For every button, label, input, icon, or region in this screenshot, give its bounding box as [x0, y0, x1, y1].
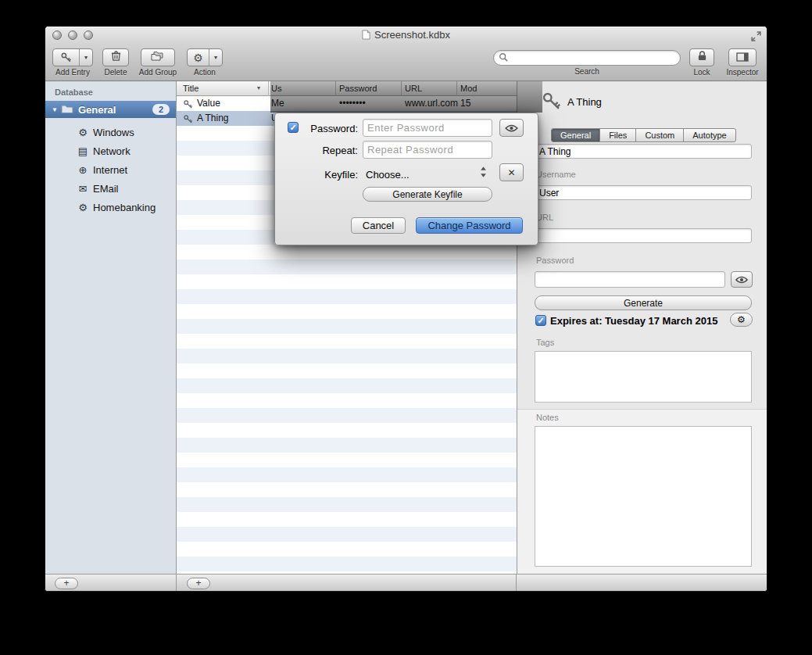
fullscreen-icon[interactable]	[751, 30, 761, 41]
key-icon	[541, 91, 562, 115]
keyfile-label: Keyfile:	[299, 169, 358, 181]
action-dropdown[interactable]: ▾	[209, 49, 222, 66]
tab-autotype[interactable]: Autotype	[683, 129, 735, 141]
sidebar-item-label: Homebanking	[93, 202, 156, 213]
gear-icon: ⚙	[737, 314, 746, 325]
password-label: Password	[536, 256, 574, 265]
delete-label: Delete	[105, 68, 127, 77]
column-header-title[interactable]: Title	[183, 84, 199, 93]
sidebar-item-email[interactable]: ✉ EMail	[45, 179, 176, 198]
show-password-button[interactable]	[731, 271, 753, 288]
tab-files[interactable]: Files	[599, 129, 635, 141]
app-window: Screenshot.kdbx ▾ Add Entry	[45, 26, 767, 592]
delete-button[interactable]	[102, 48, 129, 66]
tags-label: Tags	[536, 338, 554, 347]
expires-label: Expires at: Tuesday 17 March 2015	[550, 315, 717, 327]
notes-label: Notes	[536, 413, 559, 422]
password-checkbox[interactable]: ✓	[288, 122, 299, 133]
cancel-button[interactable]: Cancel	[351, 217, 406, 234]
gear-icon: ⚙	[77, 127, 89, 138]
add-group-footer-button[interactable]: +	[55, 578, 78, 589]
delete-group: Delete	[100, 48, 131, 77]
add-entry-group: ▾ Add Entry	[50, 48, 95, 77]
url-label: URL	[536, 213, 553, 222]
search-field[interactable]	[493, 50, 681, 66]
cell-title: A Thing	[197, 113, 228, 123]
tab-general[interactable]: General	[552, 129, 599, 141]
lock-button[interactable]	[689, 48, 714, 66]
sidebar-section-header: Database	[55, 88, 93, 97]
action-label: Action	[194, 68, 216, 77]
gear-icon: ⚙	[188, 49, 209, 66]
clear-keyfile-button[interactable]: ✕	[499, 163, 524, 181]
sidebar-item-label: Internet	[93, 164, 127, 176]
search-input[interactable]	[511, 52, 675, 63]
add-group-button[interactable]	[141, 48, 175, 66]
repeat-input[interactable]	[363, 141, 492, 159]
screen: Screenshot.kdbx ▾ Add Entry	[0, 0, 812, 655]
sidebar-item-network[interactable]: ▤ Network	[45, 141, 176, 160]
add-group-group: Add Group	[134, 48, 181, 77]
lock-group: Lock	[688, 48, 716, 77]
username-field[interactable]	[535, 185, 752, 200]
search-label: Search	[574, 67, 599, 76]
titlebar: Screenshot.kdbx	[45, 27, 767, 44]
notes-input[interactable]	[535, 426, 752, 567]
sidebar-item-windows[interactable]: ⚙ Windows	[45, 123, 176, 141]
key-icon	[53, 49, 79, 66]
password-field[interactable]	[535, 271, 725, 288]
inspector-button[interactable]	[728, 48, 757, 66]
action-button[interactable]: ⚙ ▾	[187, 48, 223, 66]
tab-custom[interactable]: Custom	[635, 129, 683, 141]
inspector-label: Inspector	[726, 68, 758, 77]
search-group: Search	[491, 50, 683, 76]
password-label: Password:	[299, 123, 358, 134]
inspector-entry-title: A Thing	[567, 96, 602, 108]
sidebar-item-label: Windows	[93, 127, 134, 138]
display-icon: ▤	[77, 146, 89, 156]
url-field[interactable]	[535, 228, 752, 243]
chevron-down-icon: ▾	[214, 54, 217, 61]
sidebar-item-homebanking[interactable]: ⚙ Homebanking	[45, 198, 176, 217]
close-icon: ✕	[507, 167, 515, 178]
expires-checkbox[interactable]: ✓	[535, 315, 546, 326]
window-title-area: Screenshot.kdbx	[45, 29, 767, 42]
title-field[interactable]	[535, 144, 752, 159]
sidebar-group-general[interactable]: ▼ General 2	[45, 101, 176, 118]
cell-title: Value	[197, 98, 220, 109]
add-entry-button[interactable]: ▾	[52, 48, 93, 66]
chevron-down-icon: ▾	[84, 54, 88, 61]
action-group: ⚙ ▾ Action	[186, 48, 224, 77]
generate-password-button[interactable]: Generate	[535, 295, 752, 310]
folder-icon	[61, 102, 73, 116]
username-label: Username	[536, 170, 576, 179]
eye-icon	[735, 273, 748, 287]
entry-count-badge: 2	[152, 104, 170, 115]
sidebar-item-label: EMail	[93, 183, 119, 195]
lock-label: Lock	[693, 68, 710, 77]
sidebar-item-internet[interactable]: ⊕ Internet	[45, 160, 176, 179]
add-group-label: Add Group	[139, 68, 177, 77]
generate-keyfile-button[interactable]: Generate Keyfile	[363, 187, 492, 202]
sidebar-item-label: Network	[93, 145, 131, 157]
popup-stepper-icon[interactable]	[480, 166, 487, 181]
inspector-tab-bar: General Files Custom Autotype	[551, 128, 736, 142]
add-entry-footer-button[interactable]: +	[187, 578, 210, 589]
change-password-dialog: ✓ Password: Repeat: Keyfile: Choose... ✕…	[274, 113, 538, 245]
show-password-button[interactable]	[499, 119, 524, 137]
change-password-button[interactable]: Change Password	[416, 217, 523, 234]
add-entry-dropdown[interactable]: ▾	[79, 49, 92, 66]
gear-icon: ⚙	[77, 202, 89, 213]
password-input[interactable]	[363, 119, 492, 137]
footer-bar: + +	[45, 574, 767, 592]
tags-input[interactable]	[535, 351, 752, 403]
toolbar: ▾ Add Entry Delete Add Group	[45, 44, 767, 81]
add-entry-label: Add Entry	[55, 68, 90, 77]
folders-icon	[150, 51, 166, 65]
expiry-presets-button[interactable]: ⚙	[730, 313, 753, 327]
sidebar-group-label: General	[78, 104, 152, 116]
keyfile-popup[interactable]: Choose...	[366, 169, 410, 181]
document-icon	[362, 30, 370, 42]
disclosure-triangle-icon[interactable]: ▼	[52, 106, 61, 113]
inspector-panel-icon	[736, 51, 749, 65]
